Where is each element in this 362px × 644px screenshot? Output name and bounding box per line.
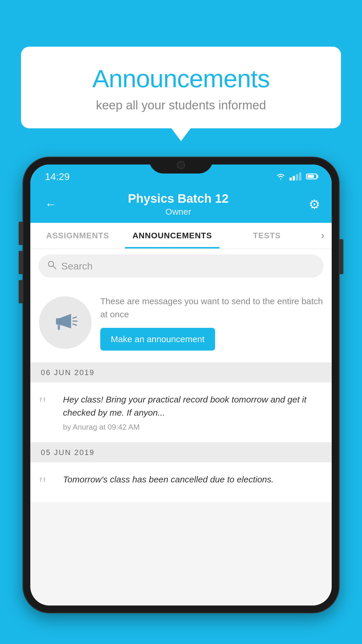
announcement-description: These are messages you want to send to t…	[100, 295, 323, 321]
announcement-text-2: Tomorrow's class has been cancelled due …	[63, 473, 321, 489]
quote-icon-2: "	[38, 476, 56, 491]
search-placeholder: Search	[61, 260, 93, 272]
tab-more[interactable]: ›	[314, 223, 332, 249]
phone-volume-up	[19, 222, 23, 245]
speech-bubble-container: Announcements keep all your students inf…	[21, 47, 341, 128]
phone-camera	[177, 161, 185, 169]
tabs-bar: ASSIGNMENTS ANNOUNCEMENTS TESTS ›	[30, 223, 332, 249]
search-icon	[47, 260, 57, 272]
search-bar-wrapper: Search	[30, 249, 332, 283]
speech-bubble-title: Announcements	[44, 64, 318, 93]
date-separator-1: 06 JUN 2019	[30, 363, 332, 382]
app-bar-title: Physics Batch 12	[65, 192, 291, 206]
announcement-meta-1: by Anurag at 09:42 AM	[63, 423, 321, 432]
announcement-item-2[interactable]: " Tomorrow's class has been cancelled du…	[30, 462, 332, 502]
status-icons	[275, 172, 317, 181]
announcement-message-2: Tomorrow's class has been cancelled due …	[63, 473, 321, 486]
phone-container: 14:29	[23, 158, 339, 644]
speech-bubble: Announcements keep all your students inf…	[21, 47, 341, 128]
tab-assignments[interactable]: ASSIGNMENTS	[30, 223, 125, 249]
announcement-right: These are messages you want to send to t…	[100, 295, 323, 351]
app-bar: ← Physics Batch 12 Owner ⚙	[30, 186, 332, 223]
back-button[interactable]: ←	[42, 195, 59, 214]
announcement-prompt: These are messages you want to send to t…	[30, 283, 332, 363]
phone-power-button	[339, 239, 343, 274]
phone-frame: 14:29	[23, 158, 339, 612]
quote-icon-1: "	[38, 396, 56, 412]
app-bar-subtitle: Owner	[65, 207, 291, 217]
signal-icon	[289, 172, 301, 181]
phone-volume-down	[19, 251, 23, 274]
tab-tests[interactable]: TESTS	[219, 223, 314, 249]
svg-rect-3	[58, 325, 60, 330]
tab-announcements[interactable]: ANNOUNCEMENTS	[125, 223, 220, 249]
battery-icon	[306, 174, 317, 179]
settings-icon[interactable]: ⚙	[309, 197, 320, 212]
megaphone-icon	[51, 309, 80, 336]
wifi-icon	[275, 172, 286, 181]
announcement-item-1[interactable]: " Hey class! Bring your practical record…	[30, 382, 332, 443]
make-announcement-button[interactable]: Make an announcement	[100, 328, 215, 351]
svg-line-6	[73, 324, 76, 325]
search-bar[interactable]: Search	[38, 254, 324, 278]
phone-volume-up2	[19, 280, 23, 303]
announcement-message-1: Hey class! Bring your practical record b…	[63, 393, 321, 419]
screen-content: Search	[30, 249, 332, 606]
svg-line-4	[73, 317, 76, 318]
date-separator-2: 05 JUN 2019	[30, 443, 332, 462]
app-bar-title-section: Physics Batch 12 Owner	[65, 192, 291, 217]
announcement-text-1: Hey class! Bring your practical record b…	[63, 393, 321, 432]
announcement-icon-circle	[39, 296, 92, 349]
svg-rect-2	[56, 318, 60, 325]
speech-bubble-subtitle: keep all your students informed	[44, 98, 318, 112]
status-time: 14:29	[45, 171, 70, 182]
phone-screen: 14:29	[30, 164, 332, 606]
svg-line-1	[53, 266, 56, 269]
